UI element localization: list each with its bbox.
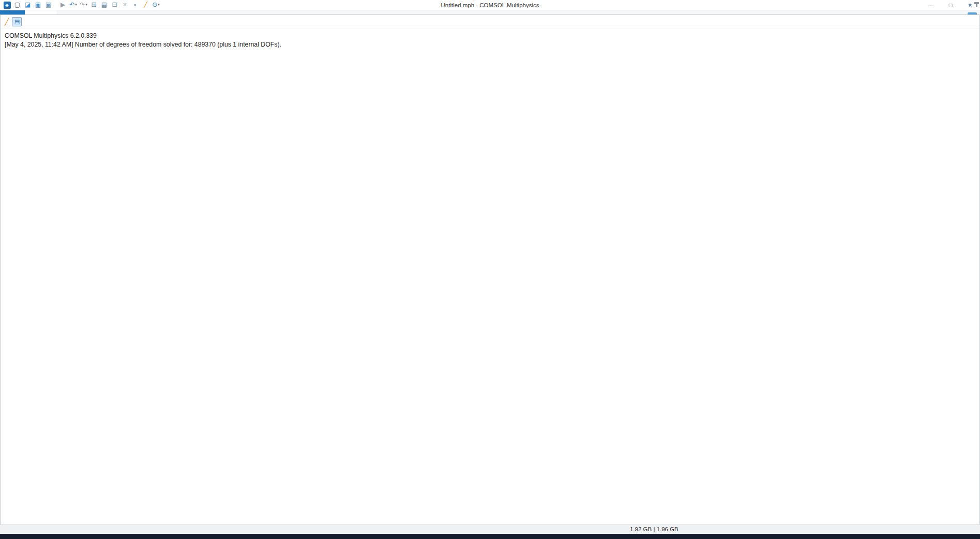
messages-header-icons: ▼ bbox=[968, 3, 977, 8]
log-line: COMSOL Multiphysics 6.2.0.339 bbox=[5, 32, 975, 40]
dropdown-icon: ▾ bbox=[158, 3, 160, 7]
log-line: [May 4, 2025, 11:42 AM] Number of degree… bbox=[5, 40, 975, 49]
select-box-icon[interactable]: ▫ bbox=[130, 1, 140, 9]
settings-tabrow bbox=[0, 0, 130, 14]
taskbar bbox=[0, 534, 980, 539]
messages-body: ▼ ╱ ▤ COMSOL Multiphysics 6.2.0.339 [May… bbox=[0, 14, 980, 539]
panel-menu-icon[interactable]: ▼ bbox=[968, 3, 972, 8]
clear-messages-icon[interactable]: ╱ bbox=[5, 18, 9, 26]
pin-icon[interactable] bbox=[976, 3, 977, 7]
clear-selection-icon: ╱ bbox=[144, 1, 147, 8]
minimize-button[interactable]: — bbox=[921, 0, 941, 10]
messages-log: COMSOL Multiphysics 6.2.0.339 [May 4, 20… bbox=[1, 28, 979, 52]
find-icon[interactable]: ⊙▾ bbox=[151, 1, 161, 9]
maximize-button[interactable]: □ bbox=[941, 0, 960, 10]
report-icon[interactable]: ▤ bbox=[12, 17, 22, 26]
find-icon: ⊙ bbox=[152, 1, 157, 8]
messages-toolbar: ╱ ▤ bbox=[1, 15, 979, 28]
clear-selection-icon[interactable]: ╱ bbox=[141, 1, 150, 9]
select-box-icon: ▫ bbox=[134, 1, 136, 8]
memory-usage: 1.92 GB | 1.96 GB bbox=[630, 526, 679, 532]
window-title: Untitled.mph - COMSOL Multiphysics bbox=[441, 2, 539, 8]
status-bar: 1.92 GB | 1.96 GB bbox=[0, 525, 980, 534]
title-bar: ◈▢◪▣▣▶↶▾↷▾⊞▤⊟×▫╱⊙▾ Untitled.mph - COMSOL… bbox=[0, 0, 980, 10]
